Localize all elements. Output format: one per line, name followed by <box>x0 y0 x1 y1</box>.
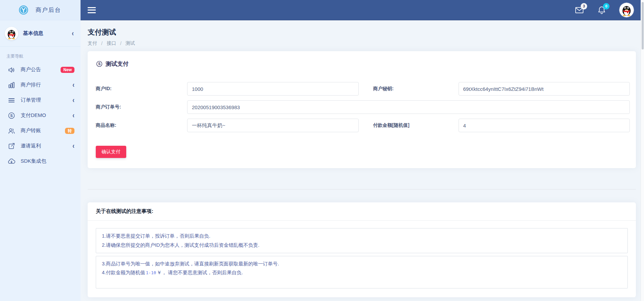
sidebar-item-sdk-package[interactable]: SDK集成包 <box>0 154 81 169</box>
order-no-label: 商户订单号: <box>96 104 187 110</box>
brand[interactable]: 商户后台 <box>0 0 81 20</box>
breadcrumb-link-pay[interactable]: 支付 <box>88 40 97 46</box>
announcement-icon <box>7 66 16 74</box>
breadcrumb-separator: / <box>101 41 103 46</box>
sidebar-item-label: SDK集成包 <box>21 158 74 164</box>
brand-title: 商户后台 <box>36 6 61 14</box>
sidebar: 商户后台 基本信息 ‹ 主要导航 商户公告 New <box>0 0 81 301</box>
sidebar-nav: 商户公告 New 商户排行 ‹ <box>0 62 81 169</box>
amount-range-code: 1-10 <box>145 270 157 275</box>
sidebar-item-order-management[interactable]: 订单管理 ‹ <box>0 93 81 108</box>
product-name-label: 商品名称: <box>96 122 187 128</box>
form-row: 商品名称: 付款金额[随机值] <box>96 119 630 132</box>
bar-chart-icon <box>7 81 16 89</box>
list-icon <box>7 96 16 104</box>
merchant-key-label: 商户秘钥: <box>373 86 459 92</box>
sidebar-item-label: 商户转账 <box>21 127 65 134</box>
note-line-2: 2.请确保您所提交的商户ID为您本人，测试支付成功后资金错乱概不负责. <box>102 241 622 250</box>
breadcrumb-link-interface[interactable]: 接口 <box>107 40 116 46</box>
notes-card: 关于在线测试的注意事项: 1.请不要恶意提交订单，投诉订单，否则后果自负. 2.… <box>88 202 636 297</box>
page-scrollbar[interactable] <box>641 0 644 301</box>
amount-label: 付款金额[随机值] <box>373 122 459 128</box>
chevron-left-icon: ‹ <box>72 112 74 119</box>
hamburger-menu-icon[interactable] <box>88 7 96 13</box>
card-title: 测试支付 <box>106 60 129 68</box>
top-header: 3 0 <box>81 0 641 20</box>
breadcrumb: 支付 / 接口 / 测试 <box>88 40 636 46</box>
user-name: 基本信息 <box>23 30 72 37</box>
main-area: 3 0 支付测试 支付 / <box>81 0 641 301</box>
sidebar-item-label: 订单管理 <box>21 97 72 103</box>
sidebar-item-label: 邀请返利 <box>21 143 72 149</box>
sidebar-item-merchant-transfer[interactable]: 商户转账 转 <box>0 123 81 138</box>
notes-body: 1.请不要恶意提交订单，投诉订单，否则后果自负. 2.请确保您所提交的商户ID为… <box>88 221 636 297</box>
nav-section-label: 主要导航 <box>0 47 81 62</box>
chevron-left-icon: ‹ <box>72 81 74 88</box>
scrollbar-thumb[interactable] <box>642 2 644 49</box>
svg-text:S: S <box>10 114 13 118</box>
sidebar-item-label: 商户排行 <box>21 82 72 88</box>
sidebar-item-invite-rebate[interactable]: 邀请返利 ‹ <box>0 138 81 154</box>
sidebar-item-merchant-announcement[interactable]: 商户公告 New <box>0 62 81 77</box>
order-no-input[interactable] <box>187 100 630 114</box>
note-box-2: 3.商品订单号为唯一值，如中途放弃测试，请直接刷新页面获取最新的唯一订单号. 4… <box>96 256 628 289</box>
page-title: 支付测试 <box>88 27 636 37</box>
mail-button[interactable]: 3 <box>575 5 584 15</box>
sidebar-item-payment-demo[interactable]: S 支付DEMO ‹ <box>0 108 81 123</box>
note-line-3: 3.商品订单号为唯一值，如中途放弃测试，请直接刷新页面获取最新的唯一订单号. <box>102 259 622 268</box>
page-content: 支付测试 支付 / 接口 / 测试 S <box>81 20 641 301</box>
chevron-left-icon: ‹ <box>72 142 74 149</box>
app-window: 商户后台 基本信息 ‹ 主要导航 商户公告 New <box>0 0 641 301</box>
notifications-button[interactable]: 0 <box>597 5 606 15</box>
brand-logo-icon <box>19 5 28 15</box>
user-avatar <box>5 27 18 40</box>
notes-title: 关于在线测试的注意事项: <box>88 202 636 221</box>
breadcrumb-separator: / <box>120 41 121 46</box>
mail-count-badge: 3 <box>581 3 587 9</box>
form-row: 商户订单号: <box>96 100 630 114</box>
test-payment-card: S 测试支付 商户ID: 商户秘钥: 商户订单号: 商品名称: <box>88 51 636 168</box>
merchant-id-input[interactable] <box>187 82 359 96</box>
chevron-left-icon: ‹ <box>72 96 74 104</box>
users-icon <box>7 127 16 135</box>
section-divider <box>88 189 636 189</box>
form-row: 商户ID: 商户秘钥: <box>96 82 630 96</box>
amount-input[interactable] <box>459 119 630 132</box>
sidebar-item-merchant-ranking[interactable]: 商户排行 ‹ <box>0 77 81 93</box>
note-line-1: 1.请不要恶意提交订单，投诉订单，否则后果自负. <box>102 232 622 241</box>
chevron-left-icon: ‹ <box>72 29 74 37</box>
merchant-id-label: 商户ID: <box>96 86 187 92</box>
new-badge: New <box>61 67 74 73</box>
skype-icon: S <box>7 112 16 120</box>
confirm-pay-button[interactable]: 确认支付 <box>96 146 126 158</box>
note-line-4: 4.付款金额为随机值1-10￥， 请您不要恶意测试，否则后果自负. <box>102 268 622 277</box>
notification-count-badge: 0 <box>603 3 609 9</box>
page-head: 支付测试 支付 / 接口 / 测试 <box>88 20 636 46</box>
skype-icon: S <box>96 60 103 67</box>
transfer-badge: 转 <box>65 128 74 134</box>
note-box-1: 1.请不要恶意提交订单，投诉订单，否则后果自负. 2.请确保您所提交的商户ID为… <box>96 228 628 253</box>
cloud-download-icon <box>7 157 16 165</box>
card-header: S 测试支付 <box>96 60 630 68</box>
sidebar-user-panel[interactable]: 基本信息 ‹ <box>0 20 81 47</box>
sidebar-item-label: 商户公告 <box>21 66 61 73</box>
breadcrumb-current: 测试 <box>126 40 135 46</box>
share-icon <box>7 142 16 150</box>
merchant-key-input[interactable] <box>459 82 630 96</box>
user-menu-avatar[interactable] <box>619 3 634 17</box>
sidebar-item-label: 支付DEMO <box>21 112 72 119</box>
svg-text:S: S <box>98 62 101 66</box>
product-name-input[interactable] <box>187 119 359 132</box>
